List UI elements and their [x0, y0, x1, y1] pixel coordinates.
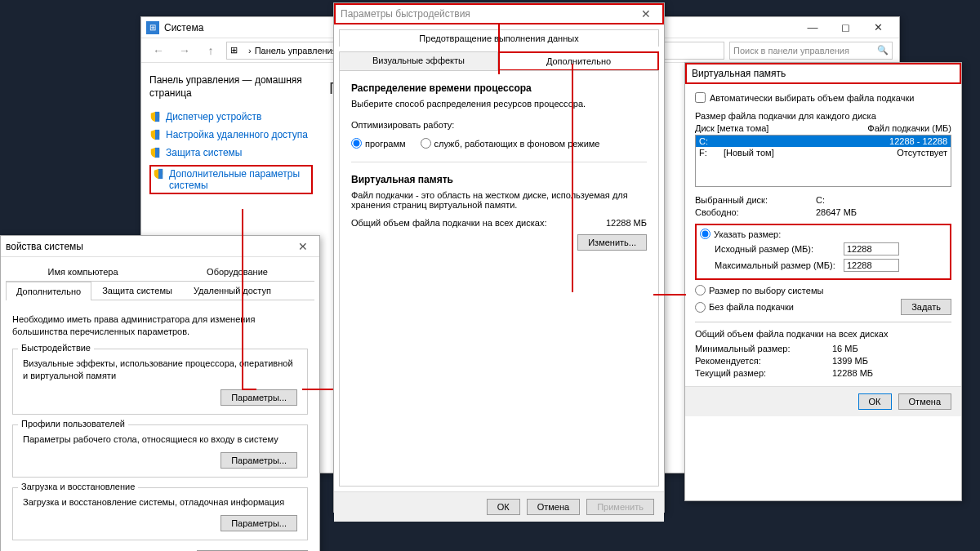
sidebar-heading: Панель управления — домашняя страница: [149, 74, 313, 100]
system-icon: ⊞: [146, 21, 159, 34]
disk-list[interactable]: C: 12288 - 12288 F: [Новый том] Отсутств…: [695, 135, 951, 187]
vmem-ok-button[interactable]: ОК: [858, 393, 892, 410]
system-properties-dialog: войства системы ✕ Имя компьютера Оборудо…: [0, 235, 320, 551]
tab-visual-effects[interactable]: Визуальные эффекты: [339, 51, 498, 70]
svg-rect-3: [158, 169, 163, 179]
ok-button[interactable]: ОК: [487, 499, 520, 515]
initial-size-input[interactable]: [844, 242, 899, 256]
annotation-line: [572, 64, 573, 292]
search-input[interactable]: Поиск в панели управления 🔍: [729, 42, 893, 60]
disk-row[interactable]: F: [Новый том] Отсутствует: [696, 147, 951, 158]
vmem-cancel-button[interactable]: Отмена: [898, 393, 951, 410]
nav-back-icon[interactable]: ←: [148, 42, 169, 60]
sched-desc: Выберите способ распределения ресурсов п…: [351, 99, 647, 109]
sidebar-advanced-settings[interactable]: Дополнительные параметры системы: [149, 165, 313, 194]
tab-perf-advanced[interactable]: Дополнительно: [498, 51, 659, 71]
vm-change-button[interactable]: Изменить...: [577, 234, 647, 251]
sidebar-system-protection[interactable]: Защита системы: [149, 147, 313, 158]
sidebar-device-manager[interactable]: Диспетчер устройств: [149, 111, 313, 122]
vm-heading: Виртуальная память: [351, 174, 647, 185]
tab-computer-name[interactable]: Имя компьютера: [6, 262, 160, 281]
performance-options-dialog: Параметры быстродействия ✕ Предотвращени…: [333, 2, 665, 513]
disk-row[interactable]: C: 12288 - 12288: [696, 136, 951, 147]
annotation-line: [302, 389, 333, 390]
sidebar-remote-settings[interactable]: Настройка удаленного доступа: [149, 129, 313, 140]
radio-no-pagefile[interactable]: Без файла подкачки: [695, 302, 794, 313]
annotation-line: [498, 23, 500, 74]
shield-icon: [149, 129, 161, 140]
perf-title: Параметры быстродействия: [341, 8, 635, 20]
tab-advanced[interactable]: Дополнительно: [6, 282, 91, 300]
startup-params-button[interactable]: Параметры...: [220, 515, 297, 531]
radio-programs[interactable]: программ: [351, 138, 406, 149]
startup-group: Загрузка и восстановление Загрузка и вос…: [12, 487, 308, 540]
vm-desc: Файл подкачки - это область на жестком д…: [351, 190, 647, 210]
max-size-input[interactable]: [844, 259, 899, 272]
auto-size-checkbox[interactable]: Автоматически выбирать объем файла подка…: [695, 92, 951, 103]
sys-props-titlebar: войства системы ✕: [1, 236, 319, 257]
set-button[interactable]: Задать: [901, 299, 951, 315]
close-icon[interactable]: ✕: [635, 6, 657, 22]
search-icon: 🔍: [877, 45, 889, 56]
tab-hardware[interactable]: Оборудование: [160, 262, 314, 281]
sys-props-title: войства системы: [6, 241, 292, 252]
shield-icon: [153, 168, 164, 180]
disk-list-heading: Размер файла подкачки для каждого диска: [695, 111, 951, 121]
tab-protection[interactable]: Защита системы: [91, 281, 183, 300]
tab-remote[interactable]: Удаленный доступ: [183, 281, 282, 300]
annotation-line: [242, 389, 256, 390]
radio-custom-size[interactable]: Указать размер:: [700, 229, 947, 239]
monitor-icon: ⊞: [230, 45, 242, 56]
nav-up-icon[interactable]: ↑: [200, 42, 221, 60]
close-button[interactable]: ✕: [862, 17, 894, 38]
sched-heading: Распределение времени процессора: [351, 82, 647, 94]
nav-forward-icon[interactable]: →: [174, 42, 195, 60]
shield-icon: [149, 147, 161, 158]
annotation-line: [242, 209, 243, 390]
admin-note: Необходимо иметь права администратора дл…: [12, 313, 308, 339]
virtual-memory-dialog: Виртуальная память Автоматически выбират…: [684, 62, 962, 501]
apply-button[interactable]: Применить: [586, 499, 654, 515]
vmem-titlebar: Виртуальная память: [685, 63, 961, 84]
svg-rect-0: [155, 112, 159, 122]
svg-rect-1: [155, 130, 159, 140]
minimize-button[interactable]: —: [796, 17, 829, 38]
performance-params-button[interactable]: Параметры...: [220, 389, 297, 406]
profiles-params-button[interactable]: Параметры...: [220, 452, 297, 469]
summary-heading: Общий объем файла подкачки на всех диска…: [695, 329, 951, 339]
profiles-group: Профили пользователей Параметры рабочего…: [12, 424, 308, 478]
vmem-title: Виртуальная память: [692, 68, 955, 79]
cancel-button[interactable]: Отмена: [527, 499, 580, 515]
sched-optimize: Оптимизировать работу:: [351, 120, 647, 130]
shield-icon: [149, 111, 161, 122]
close-icon[interactable]: ✕: [292, 238, 314, 255]
annotation-line: [653, 294, 686, 295]
radio-system-size[interactable]: Размер по выбору системы: [695, 285, 951, 295]
performance-group: Быстродействие Визуальные эффекты, испол…: [12, 349, 308, 415]
perf-titlebar: Параметры быстродействия ✕: [334, 3, 664, 24]
svg-rect-2: [155, 148, 159, 158]
maximize-button[interactable]: ◻: [829, 17, 862, 38]
